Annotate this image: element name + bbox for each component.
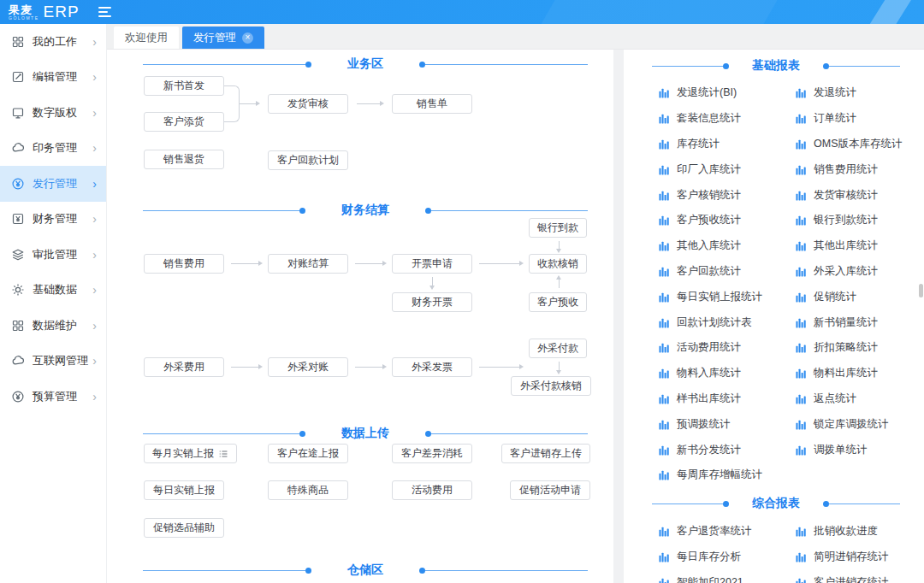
chevron-right-icon: › — [92, 213, 97, 225]
upload-btn-customer-inventory-upload[interactable]: 客户进销存上传 — [501, 444, 590, 463]
report-item[interactable]: 银行到款统计 — [796, 208, 924, 233]
report-item[interactable]: 调拨单统计 — [796, 437, 924, 462]
flow-node-outsource-payment-writeoff[interactable]: 外采付款核销 — [511, 376, 591, 396]
bar-chart-icon — [796, 445, 807, 456]
upload-btn-monthly-sales-report[interactable]: 每月实销上报 — [144, 444, 237, 463]
flow-node-sales-order[interactable]: 销售单 — [392, 94, 472, 114]
flow-node-sales-return[interactable]: 销售退货 — [144, 150, 224, 169]
flow-node-outsource-expense[interactable]: 外采费用 — [144, 357, 224, 377]
report-item[interactable]: 折扣策略统计 — [796, 335, 924, 361]
flow-pane: 业务区 新书首发 客户添货 发货审核 销售单 销售退货 客户回款计划 财务结算 … — [107, 50, 613, 583]
report-item[interactable]: 每周库存增幅统计 — [659, 462, 796, 488]
grid-icon — [11, 319, 25, 333]
report-item[interactable]: 每日实销上报统计 — [659, 284, 796, 309]
scrollbar[interactable] — [613, 50, 624, 583]
report-item[interactable]: 新书销量统计 — [796, 309, 924, 335]
report-item[interactable]: 每日库存分析 — [659, 545, 796, 570]
upload-btn-activity-expense[interactable]: 活动费用 — [392, 480, 472, 500]
report-item[interactable]: 简明进销存统计 — [796, 545, 924, 570]
menu-toggle-icon[interactable] — [98, 7, 111, 17]
report-item[interactable]: 发退统计(BI) — [659, 80, 796, 106]
report-item[interactable]: 客户进销存统计 — [796, 570, 924, 583]
flow-node-sales-expense[interactable]: 销售费用 — [144, 254, 224, 274]
sidebar-item-approval-management[interactable]: 审批管理 › — [0, 237, 106, 273]
flow-node-bank-arrival[interactable]: 银行到款 — [529, 218, 587, 238]
close-icon[interactable]: × — [242, 32, 253, 44]
flow-node-outsource-invoice[interactable]: 外采发票 — [392, 357, 472, 377]
divider-dot — [419, 62, 425, 68]
bar-chart-icon — [659, 551, 670, 562]
bar-chart-icon — [659, 190, 670, 201]
divider-line — [652, 66, 723, 67]
section-header-business: 业务区 — [143, 56, 588, 72]
chevron-right-icon: › — [92, 178, 97, 190]
report-item[interactable]: 智能加印2021 — [659, 570, 796, 583]
report-item[interactable]: 套装信息统计 — [659, 106, 796, 132]
upload-btn-promotion-apply[interactable]: 促销活动申请 — [510, 480, 590, 500]
report-item[interactable]: OMS版本库存统计 — [796, 132, 924, 157]
upload-btn-promotion-selection-assist[interactable]: 促销选品辅助 — [144, 518, 224, 538]
divider-line — [425, 570, 588, 571]
sidebar-item-base-data[interactable]: 基础数据 › — [0, 273, 106, 309]
report-item[interactable]: 批销收款进度 — [796, 519, 924, 545]
report-item[interactable]: 促销统计 — [796, 284, 924, 309]
flow-node-finance-invoicing[interactable]: 财务开票 — [392, 292, 472, 312]
tab-welcome[interactable]: 欢迎使用 — [114, 26, 179, 49]
sidebar-item-data-maintenance[interactable]: 数据维护 › — [0, 308, 106, 344]
app-logo[interactable]: 果麦 GOLOMTE ERP — [9, 3, 80, 21]
flow-node-outsource-payment[interactable]: 外采付款 — [529, 339, 587, 358]
report-item[interactable]: 新书分发统计 — [659, 437, 796, 462]
report-item[interactable]: 销售费用统计 — [796, 156, 924, 182]
report-item[interactable]: 订单统计 — [796, 106, 924, 132]
upload-btn-customer-intransit-report[interactable]: 客户在途上报 — [268, 444, 348, 463]
report-item[interactable]: 印厂入库统计 — [659, 156, 796, 182]
flow-node-reconciliation[interactable]: 对账结算 — [268, 254, 348, 274]
sidebar-item-digital-rights[interactable]: 数字版权 › — [0, 95, 106, 131]
flow-node-payment-plan[interactable]: 客户回款计划 — [268, 150, 348, 170]
flow-node-outsource-reconcile[interactable]: 外采对账 — [268, 357, 348, 377]
report-item[interactable]: 发货审核统计 — [796, 182, 924, 208]
report-item[interactable]: 其他入库统计 — [659, 233, 796, 259]
flow-node-receipt-writeoff[interactable]: 收款核销 — [529, 254, 587, 274]
report-item[interactable]: 物料出库统计 — [796, 361, 924, 386]
scrollbar-thumb[interactable] — [919, 284, 923, 297]
report-item[interactable]: 客户核销统计 — [659, 182, 796, 208]
sidebar-item-editorial-management[interactable]: 编辑管理 › — [0, 60, 106, 96]
sidebar-item-finance-management[interactable]: 财务管理 › — [0, 202, 106, 238]
flow-node-invoice-request[interactable]: 开票申请 — [392, 254, 472, 274]
divider-line — [431, 210, 588, 211]
report-item[interactable]: 预调拨统计 — [659, 411, 796, 437]
report-item[interactable]: 回款计划统计表 — [659, 309, 796, 335]
chevron-right-icon: › — [92, 36, 97, 48]
upload-btn-customer-diff-consumption[interactable]: 客户差异消耗 — [392, 444, 472, 463]
report-item[interactable]: 其他出库统计 — [796, 233, 924, 259]
upload-btn-daily-sales-report[interactable]: 每日实销上报 — [144, 480, 224, 500]
section-header-upload: 数据上传 — [143, 426, 588, 441]
sidebar-item-my-work[interactable]: 我的工作 › — [0, 24, 106, 60]
tab-distribution-management[interactable]: 发行管理 × — [182, 26, 264, 49]
report-item[interactable]: 发退统计 — [796, 80, 924, 106]
report-item[interactable]: 物料入库统计 — [659, 361, 796, 386]
report-item[interactable]: 客户退货率统计 — [659, 519, 796, 545]
flow-node-shipment-review[interactable]: 发货审核 — [268, 94, 348, 114]
flow-arrow — [240, 103, 258, 104]
report-item[interactable]: 锁定库调拨统计 — [796, 411, 924, 437]
sidebar-item-distribution-management[interactable]: 发行管理 › — [0, 166, 106, 202]
report-item[interactable]: 返点统计 — [796, 386, 924, 412]
report-item[interactable]: 外采入库统计 — [796, 259, 924, 285]
divider-line — [143, 570, 305, 571]
upload-btn-special-goods[interactable]: 特殊商品 — [268, 480, 348, 500]
report-item[interactable]: 样书出库统计 — [659, 386, 796, 412]
sidebar-item-printing-management[interactable]: 印务管理 › — [0, 131, 106, 167]
sidebar-item-budget-management[interactable]: 预算管理 › — [0, 379, 106, 415]
topbar-decoration-slash — [863, 0, 914, 24]
flow-node-customer-prepaid[interactable]: 客户预收 — [529, 292, 587, 312]
flow-node-new-book-launch[interactable]: 新书首发 — [144, 76, 224, 96]
report-item[interactable]: 客户预收统计 — [659, 208, 796, 233]
report-item[interactable]: 客户回款统计 — [659, 259, 796, 285]
flow-node-customer-replenish[interactable]: 客户添货 — [144, 112, 224, 132]
report-item[interactable]: 库存统计 — [659, 132, 796, 157]
divider-line — [425, 64, 588, 65]
report-item[interactable]: 活动费用统计 — [659, 335, 796, 361]
sidebar-item-internet-management[interactable]: 互联网管理 › — [0, 344, 106, 380]
